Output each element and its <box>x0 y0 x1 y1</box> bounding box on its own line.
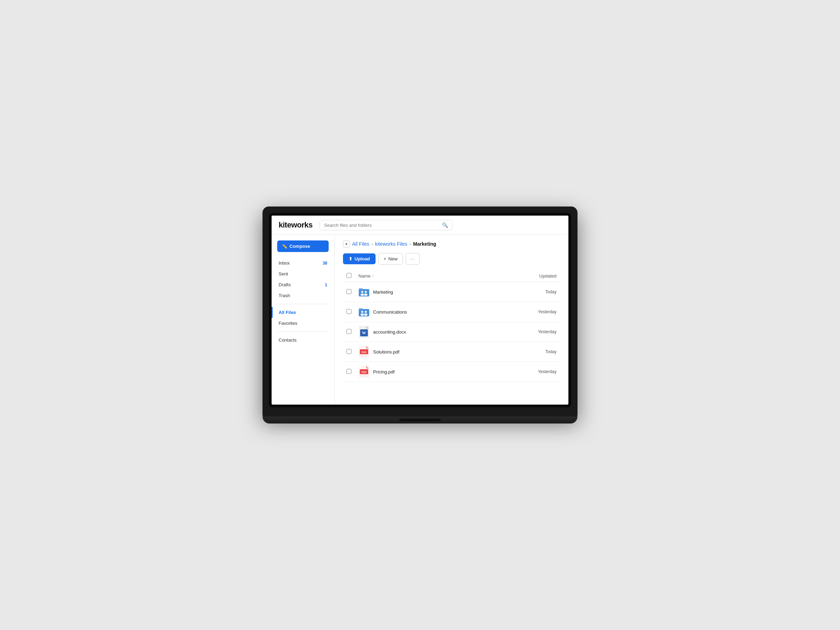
breadcrumb-kiteworks-files[interactable]: kiteworks Files <box>375 241 407 247</box>
new-button[interactable]: + New <box>378 253 403 265</box>
svg-point-4 <box>360 294 364 296</box>
more-icon: ··· <box>410 256 415 261</box>
row-name-cell[interactable]: W accounting.docx <box>355 322 496 342</box>
folder-icon <box>358 286 369 297</box>
row-name-cell[interactable]: Communications <box>355 302 496 322</box>
upload-button[interactable]: ⬆ Upload <box>343 253 376 264</box>
svg-point-12 <box>364 314 368 316</box>
row-checkbox[interactable] <box>346 329 351 334</box>
compose-label: Compose <box>289 243 310 249</box>
compose-button[interactable]: ✏️ Compose <box>277 240 328 252</box>
pdf-icon: PDF <box>358 346 369 357</box>
sidebar-item-label: Inbox <box>279 261 290 266</box>
inbox-badge: 38 <box>323 261 327 266</box>
drafts-badge: 1 <box>325 283 327 287</box>
row-updated-cell: Yesterday <box>496 302 560 322</box>
file-table: Name ↑ Updated <box>343 270 560 382</box>
table-row[interactable]: W accounting.docx Yesterday <box>343 322 560 342</box>
laptop-body: kiteworks 🔍 ✏️ Compose <box>262 207 578 417</box>
sidebar-item-favorites[interactable]: Favorites <box>272 318 334 328</box>
sidebar-item-trash[interactable]: Trash <box>272 290 334 301</box>
folder-icon <box>358 306 369 317</box>
search-bar[interactable]: 🔍 <box>319 220 453 230</box>
row-name-cell[interactable]: PDF Pricing.pdf <box>355 362 496 382</box>
row-checkbox-cell[interactable] <box>343 282 355 302</box>
row-name-cell[interactable]: Marketing <box>355 282 496 302</box>
sidebar-item-label: Drafts <box>279 282 291 287</box>
sidebar: ✏️ Compose Inbox 38 Sent <box>272 235 335 404</box>
screen-bezel: kiteworks 🔍 ✏️ Compose <box>269 213 571 407</box>
word-icon: W <box>358 326 369 337</box>
pdf-icon: PDF <box>358 366 369 377</box>
row-checkbox[interactable] <box>346 349 351 354</box>
app-body: ✏️ Compose Inbox 38 Sent <box>272 235 568 404</box>
file-name: Marketing <box>373 289 393 295</box>
select-all-header[interactable] <box>343 270 355 282</box>
breadcrumb-sep-2: › <box>409 241 411 247</box>
sidebar-item-label: All Files <box>279 310 296 315</box>
sidebar-item-drafts[interactable]: Drafts 1 <box>272 279 334 290</box>
sidebar-item-contacts[interactable]: Contacts <box>272 335 334 346</box>
file-name: Pricing.pdf <box>373 369 395 374</box>
sidebar-nav: Inbox 38 Sent Drafts 1 Trash <box>272 257 334 346</box>
table-row[interactable]: Communications Yesterday <box>343 302 560 322</box>
name-column-header[interactable]: Name ↑ <box>355 270 496 282</box>
row-checkbox-cell[interactable] <box>343 362 355 382</box>
file-name: Solutions.pdf <box>373 349 399 355</box>
sidebar-item-sent[interactable]: Sent <box>272 268 334 279</box>
svg-text:PDF: PDF <box>362 371 367 373</box>
breadcrumb-current: Marketing <box>413 241 436 247</box>
file-name: Communications <box>373 309 407 315</box>
row-checkbox[interactable] <box>346 369 351 374</box>
name-column-label: Name <box>358 273 371 279</box>
toolbar: ⬆ Upload + New ··· <box>343 253 560 265</box>
breadcrumb-dropdown[interactable]: ▼ <box>343 240 350 248</box>
sidebar-item-all-files[interactable]: All Files <box>272 307 334 318</box>
sidebar-divider-2 <box>277 332 328 332</box>
pencil-icon: ✏️ <box>282 244 287 249</box>
breadcrumb: ▼ All Files › kiteworks Files › Marketin… <box>343 240 560 248</box>
hinge-notch <box>399 418 441 422</box>
more-button[interactable]: ··· <box>406 253 420 265</box>
row-name-cell[interactable]: PDF Solutions.pdf <box>355 342 496 362</box>
breadcrumb-sep-1: › <box>371 241 373 247</box>
svg-text:W: W <box>362 330 366 335</box>
row-checkbox[interactable] <box>346 309 351 314</box>
row-checkbox[interactable] <box>346 289 351 294</box>
sidebar-divider-1 <box>277 304 328 304</box>
table-row[interactable]: PDF Solutions.pdf <box>343 342 560 362</box>
row-checkbox-cell[interactable] <box>343 342 355 362</box>
sidebar-item-inbox[interactable]: Inbox 38 <box>272 257 334 268</box>
upload-icon: ⬆ <box>349 256 352 261</box>
laptop-base <box>262 417 578 423</box>
svg-point-3 <box>361 291 363 293</box>
row-checkbox-cell[interactable] <box>343 302 355 322</box>
main-content: ▼ All Files › kiteworks Files › Marketin… <box>335 235 568 404</box>
upload-label: Upload <box>355 256 370 261</box>
sidebar-item-label: Contacts <box>279 337 297 343</box>
sidebar-item-label: Favorites <box>279 321 297 326</box>
screen: kiteworks 🔍 ✏️ Compose <box>272 216 568 404</box>
app-logo: kiteworks <box>279 221 313 230</box>
svg-point-11 <box>365 311 367 313</box>
table-row[interactable]: PDF Pricing.pdf Ye <box>343 362 560 382</box>
table-header-row: Name ↑ Updated <box>343 270 560 282</box>
plus-icon: + <box>384 256 387 261</box>
svg-point-5 <box>365 291 367 293</box>
svg-rect-2 <box>359 288 363 290</box>
breadcrumb-all-files[interactable]: All Files <box>352 241 369 247</box>
select-all-checkbox[interactable] <box>346 273 351 278</box>
sidebar-item-label: Sent <box>279 271 288 276</box>
search-input[interactable] <box>324 223 439 228</box>
app-header: kiteworks 🔍 <box>272 216 568 235</box>
table-row[interactable]: Marketing Today <box>343 282 560 302</box>
laptop-container: kiteworks 🔍 ✏️ Compose <box>262 207 578 423</box>
svg-point-6 <box>364 294 368 296</box>
row-checkbox-cell[interactable] <box>343 322 355 342</box>
search-icon: 🔍 <box>442 222 448 228</box>
row-updated-cell: Today <box>496 282 560 302</box>
file-name: accounting.docx <box>373 329 406 335</box>
svg-point-10 <box>360 314 364 316</box>
svg-rect-27 <box>359 366 366 369</box>
svg-point-9 <box>361 311 363 313</box>
